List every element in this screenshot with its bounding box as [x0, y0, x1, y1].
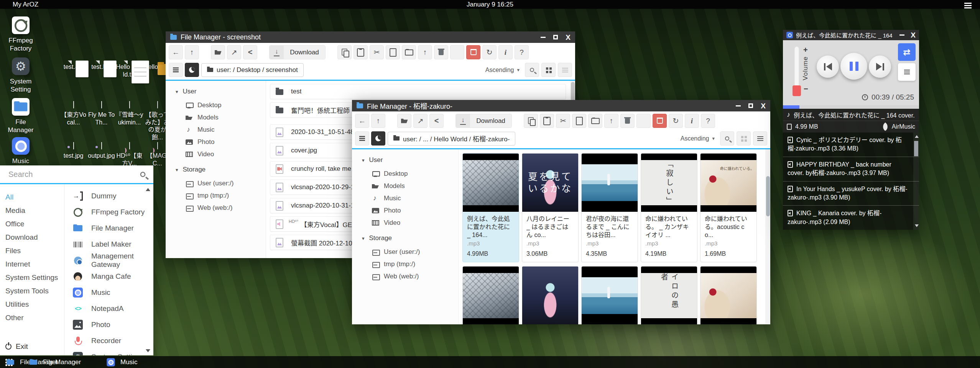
open-new-tab-button[interactable]: ↗	[227, 45, 241, 59]
sidebar-item[interactable]: Desktop	[362, 168, 458, 180]
app-list-item[interactable]: File Manager	[73, 220, 146, 236]
scroll-up-icon[interactable]	[146, 188, 150, 191]
sidebar-item[interactable]: Models	[176, 111, 266, 124]
desktop-app-icon[interactable]: FFmpeg Factory	[2, 16, 39, 52]
tree-section-user[interactable]: User	[176, 88, 266, 95]
search-icon[interactable]	[140, 172, 146, 177]
playlist-item[interactable]: HAPPY BIRTHDAY _ back number cover. by柘榴…	[783, 157, 919, 182]
new-file-button[interactable]	[386, 45, 400, 59]
dark-mode-button[interactable]	[185, 63, 199, 77]
desktop-file-icon[interactable]: Fly Me To Th...	[87, 101, 115, 142]
sidebar-item[interactable]: Desktop	[176, 99, 266, 111]
cut-button[interactable]: ✂	[370, 45, 384, 59]
minimize-button[interactable]	[899, 34, 904, 36]
sidebar-toggle-button[interactable]	[355, 131, 369, 146]
breadcrumb[interactable]: user: / ... / Hello World / 柘榴-zakuro-	[388, 132, 515, 146]
category-item[interactable]: System Settings	[5, 271, 64, 284]
desktop-file-icon[interactable]: test.agi	[59, 61, 87, 101]
category-item[interactable]: Download	[5, 231, 64, 244]
aroz-brand[interactable]: My ArOZ	[13, 1, 38, 8]
download-button[interactable]: ↓ Download	[269, 45, 326, 59]
previous-track-button[interactable]	[817, 56, 839, 78]
sort-dropdown[interactable]: Ascending	[485, 67, 520, 74]
app-list-item[interactable]: Manga Cafe	[73, 268, 146, 285]
open-button[interactable]	[211, 45, 225, 59]
desktop-file-icon[interactable]: 【東方Vocal...	[59, 101, 87, 142]
sidebar-item[interactable]: Models	[362, 180, 458, 192]
file-card[interactable]: 夢と葉桜 _ 青木月	[581, 266, 638, 324]
open-button[interactable]	[397, 114, 411, 128]
next-track-button[interactable]	[869, 56, 891, 78]
file-row[interactable]: test	[270, 84, 566, 99]
top-menu-icon[interactable]	[964, 3, 972, 4]
tree-section-user[interactable]: User	[362, 156, 458, 164]
category-item[interactable]: Other	[5, 311, 64, 324]
help-button[interactable]: ?	[701, 114, 715, 128]
minimize-button[interactable]	[541, 37, 546, 38]
app-list-item[interactable]: Dummy	[73, 188, 146, 204]
info-button[interactable]: i	[685, 114, 699, 128]
rename-button[interactable]	[450, 45, 464, 59]
upload-button[interactable]: ↑	[418, 45, 432, 59]
copy-button[interactable]	[337, 45, 352, 59]
sidebar-item[interactable]: tmp (tmp:/)	[176, 190, 266, 202]
category-item[interactable]: Office	[5, 217, 64, 231]
volume-slider-thumb[interactable]	[793, 85, 801, 96]
minimize-button[interactable]	[736, 105, 741, 106]
list-view-button[interactable]	[558, 63, 572, 77]
grid-view-button[interactable]	[541, 63, 556, 77]
back-button[interactable]: ←	[355, 114, 369, 128]
sidebar-item[interactable]: Music	[176, 124, 266, 136]
sidebar-item[interactable]: Video	[362, 217, 458, 229]
rename-button[interactable]	[636, 114, 651, 128]
sidebar-item[interactable]: Video	[176, 148, 266, 160]
paste-button[interactable]	[540, 114, 554, 128]
taskbar-entry[interactable]: File Manager	[23, 356, 86, 368]
open-new-tab-button[interactable]: ↗	[413, 114, 428, 128]
title-bar[interactable]: 例えば、今此処に置かれた花に _ 164 c… X	[783, 30, 919, 40]
category-item[interactable]: Internet	[5, 257, 64, 271]
title-bar[interactable]: File Manager - 柘榴-zakuro- X	[352, 100, 770, 111]
copy-button[interactable]	[524, 114, 538, 128]
tree-section-storage[interactable]: Storage	[176, 166, 266, 173]
share-button[interactable]	[243, 45, 257, 59]
up-button[interactable]: ↑	[371, 114, 385, 128]
pause-button[interactable]	[840, 53, 867, 80]
close-button[interactable]: X	[761, 102, 766, 110]
maximize-button[interactable]	[748, 103, 753, 108]
close-button[interactable]: X	[566, 34, 571, 41]
download-button[interactable]: ↓ Download	[455, 114, 512, 128]
category-item[interactable]: All	[5, 190, 64, 204]
delete-button[interactable]	[466, 45, 480, 59]
app-list-item[interactable]: Label Maker	[73, 236, 146, 252]
playlist-item[interactable]: Cynic _ ポリスピカデリー cover. by 柘榴-zakuro-.mp…	[783, 132, 919, 157]
info-button[interactable]: i	[498, 45, 513, 59]
tree-section-storage[interactable]: Storage	[362, 234, 458, 242]
app-list-item[interactable]: Recorder	[73, 333, 146, 349]
sidebar-item[interactable]: User (user:/)	[362, 246, 458, 258]
volume-minus[interactable]: −	[804, 85, 808, 93]
share-button[interactable]	[429, 114, 444, 128]
file-card[interactable]: イロの愚者 妄想感傷代償連盟	[641, 266, 697, 324]
playlist-button[interactable]	[898, 63, 916, 81]
scroll-down-icon[interactable]	[146, 349, 150, 352]
sidebar-item[interactable]: Music	[362, 192, 458, 204]
new-folder-button[interactable]	[402, 45, 416, 59]
category-item[interactable]: System Tools	[5, 284, 64, 298]
file-card[interactable]: 「寂しい」 命に嫌われている。 _ カンザキイオリ ... .mp3 4.19M…	[641, 153, 697, 262]
search-input[interactable]	[8, 170, 141, 179]
desktop-file-icon[interactable]: 『雪峰～yukimin...	[115, 101, 143, 142]
playlist-item[interactable]: In Your Hands _ yusukeP cover. by 柘榴-zak…	[783, 182, 919, 206]
exit-button[interactable]: Exit	[5, 342, 28, 351]
up-button[interactable]: ↑	[185, 45, 199, 59]
help-button[interactable]: ?	[515, 45, 529, 59]
desktop-app-icon[interactable]: Music	[2, 137, 39, 165]
volume-plus[interactable]: +	[803, 46, 808, 54]
archive-button[interactable]	[434, 45, 448, 59]
category-item[interactable]: Utilities	[5, 298, 64, 311]
playlist-scrollbar[interactable]	[913, 132, 919, 230]
desktop-file-icon[interactable]: Hello World.txt	[115, 61, 143, 101]
sidebar-toggle-button[interactable]	[169, 63, 183, 77]
app-list-item[interactable]: System Setting	[73, 349, 146, 355]
progress-bar[interactable]	[783, 105, 919, 109]
